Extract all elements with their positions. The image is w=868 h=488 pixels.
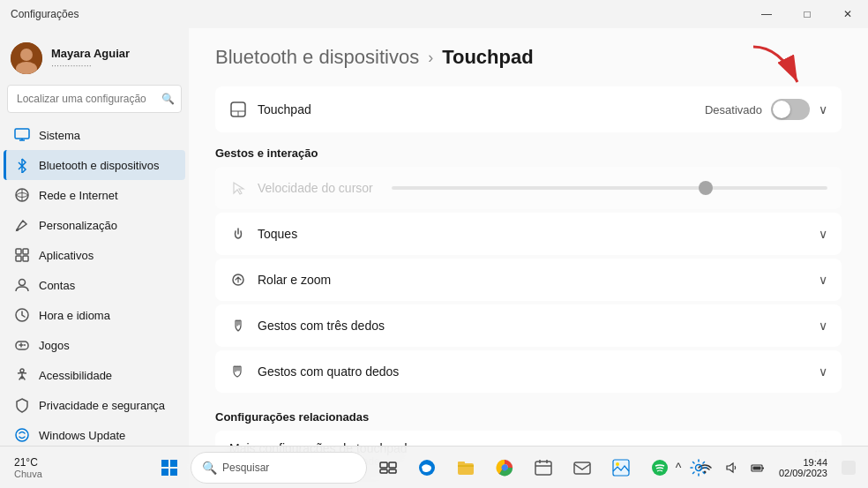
taskbar-spotify[interactable] — [642, 450, 677, 485]
search-input[interactable] — [7, 85, 182, 113]
avatar — [11, 42, 42, 74]
nav-label-sistema: Sistema — [39, 129, 80, 142]
main-content: Bluetooth e dispositivos › Touchpad Touc… — [189, 28, 868, 488]
taskbar-explorer[interactable] — [448, 450, 483, 485]
sidebar-item-bluetooth[interactable]: Bluetooth e dispositivos — [4, 150, 185, 180]
window-title: Configurações — [11, 8, 79, 20]
monitor-icon — [14, 127, 30, 143]
sidebar-item-jogos[interactable]: Jogos — [4, 330, 185, 360]
breadcrumb-parent[interactable]: Bluetooth e dispositivos — [215, 46, 419, 69]
quatro-dedos-left: Gestos com quatro dedos — [229, 363, 399, 380]
rolar-card: Rolar e zoom ∨ — [215, 259, 842, 301]
close-button[interactable]: ✕ — [827, 0, 868, 28]
notification-icon[interactable] — [836, 455, 861, 480]
cursor-speed-slider[interactable] — [392, 186, 827, 190]
toggle-knob — [773, 101, 790, 118]
gestures-section-label: Gestos e interação — [215, 146, 842, 160]
svg-point-17 — [20, 369, 24, 372]
weather-widget[interactable]: 21°C Chuva — [7, 456, 49, 479]
sidebar-item-personalizacao[interactable]: Personalização — [4, 210, 185, 240]
svg-point-8 — [16, 229, 19, 231]
svg-rect-34 — [458, 462, 465, 465]
cursor-speed-label: Velocidade do cursor — [258, 181, 381, 195]
taskbar-settings[interactable] — [681, 450, 716, 485]
svg-rect-30 — [380, 469, 387, 473]
sidebar-item-sistema[interactable]: Sistema — [4, 120, 185, 150]
taskbar-mail[interactable] — [565, 450, 600, 485]
touchpad-icon — [229, 101, 247, 118]
tray-battery-icon[interactable] — [745, 455, 770, 480]
svg-rect-31 — [389, 469, 396, 473]
toques-header[interactable]: Toques ∨ — [215, 213, 842, 255]
svg-rect-24 — [161, 460, 168, 467]
taskbar-center: 🔍 Pesquisar — [152, 450, 716, 485]
scroll-icon — [229, 271, 247, 289]
svg-rect-26 — [161, 469, 168, 476]
maximize-button[interactable]: □ — [787, 0, 827, 28]
touchpad-chevron-icon[interactable]: ∨ — [819, 102, 827, 116]
svg-rect-9 — [16, 249, 21, 254]
svg-rect-11 — [16, 256, 21, 261]
touchpad-card-header[interactable]: Touchpad Desativado ∨ — [215, 86, 842, 132]
svg-rect-29 — [389, 462, 396, 468]
sidebar-item-aplicativos[interactable]: Aplicativos — [4, 240, 185, 270]
taskbar-chrome[interactable] — [487, 450, 522, 485]
sidebar-item-rede[interactable]: Rede e Internet — [4, 180, 185, 210]
taskbar-search[interactable]: 🔍 Pesquisar — [191, 452, 367, 484]
user-profile[interactable]: Mayara Aguiar ··············· — [0, 35, 189, 85]
gamepad-icon — [14, 337, 30, 353]
nav-label-jogos: Jogos — [39, 339, 70, 352]
toques-right: ∨ — [819, 227, 827, 241]
rolar-chevron-icon[interactable]: ∨ — [819, 273, 827, 287]
clock-time: 19:44 — [803, 457, 827, 468]
weather-temp: 21°C — [14, 456, 38, 469]
quatro-dedos-header[interactable]: Gestos com quatro dedos ∨ — [215, 350, 842, 393]
quatro-dedos-chevron-icon[interactable]: ∨ — [819, 364, 827, 379]
taskbar-edge[interactable] — [409, 450, 445, 485]
clock-widget[interactable]: 19:44 02/09/2023 — [774, 457, 833, 478]
minimize-button[interactable]: — — [746, 0, 787, 28]
hand3-icon — [229, 317, 247, 334]
taskbar-calendar[interactable] — [526, 450, 561, 485]
card-right: Desativado ∨ — [705, 99, 827, 120]
hand4-icon — [229, 363, 247, 380]
user-info: Mayara Aguiar ··············· — [51, 47, 130, 71]
tres-dedos-header[interactable]: Gestos com três dedos ∨ — [215, 304, 842, 347]
brush-icon — [14, 217, 30, 233]
nav-label-privacidade: Privacidade e segurança — [39, 399, 165, 412]
quatro-dedos-card: Gestos com quatro dedos ∨ — [215, 350, 842, 393]
cursor-speed-row: Velocidade do cursor — [215, 167, 842, 209]
tap-icon — [229, 225, 247, 243]
taskbar-photos[interactable] — [603, 450, 639, 485]
svg-rect-49 — [752, 466, 760, 469]
search-box: 🔍 — [7, 85, 182, 113]
touchpad-status: Desativado — [705, 103, 762, 116]
touchpad-title: Touchpad — [258, 102, 311, 116]
tres-dedos-card: Gestos com três dedos ∨ — [215, 304, 842, 347]
tres-dedos-title: Gestos com três dedos — [258, 319, 385, 333]
taskbar: 21°C Chuva 🔍 Pesquisar — [0, 446, 868, 488]
rolar-header[interactable]: Rolar e zoom ∨ — [215, 259, 842, 301]
breadcrumb: Bluetooth e dispositivos › Touchpad — [215, 46, 842, 69]
search-icon: 🔍 — [161, 93, 175, 105]
svg-rect-28 — [380, 462, 387, 468]
taskbar-left: 21°C Chuva — [7, 456, 49, 479]
clock-icon — [14, 307, 30, 323]
start-button[interactable] — [152, 450, 187, 485]
breadcrumb-current: Touchpad — [442, 46, 533, 69]
sidebar-item-acessibilidade[interactable]: Acessibilidade — [4, 360, 185, 390]
sidebar-item-hora[interactable]: Hora e idioma — [4, 300, 185, 330]
sidebar-item-contas[interactable]: Contas — [4, 270, 185, 300]
sidebar-item-privacidade[interactable]: Privacidade e segurança — [4, 390, 185, 420]
person-icon — [14, 277, 30, 293]
toques-chevron-icon[interactable]: ∨ — [819, 227, 827, 241]
nav-label-bluetooth: Bluetooth e dispositivos — [39, 159, 160, 172]
touchpad-toggle[interactable] — [771, 99, 810, 120]
card-left: Touchpad — [229, 101, 311, 118]
quatro-dedos-title: Gestos com quatro dedos — [258, 364, 399, 379]
breadcrumb-separator: › — [428, 49, 433, 67]
tres-dedos-chevron-icon[interactable]: ∨ — [819, 319, 827, 333]
tray-speaker-icon[interactable] — [719, 455, 744, 480]
taskbar-task-view[interactable] — [370, 450, 406, 485]
svg-rect-25 — [170, 460, 177, 467]
